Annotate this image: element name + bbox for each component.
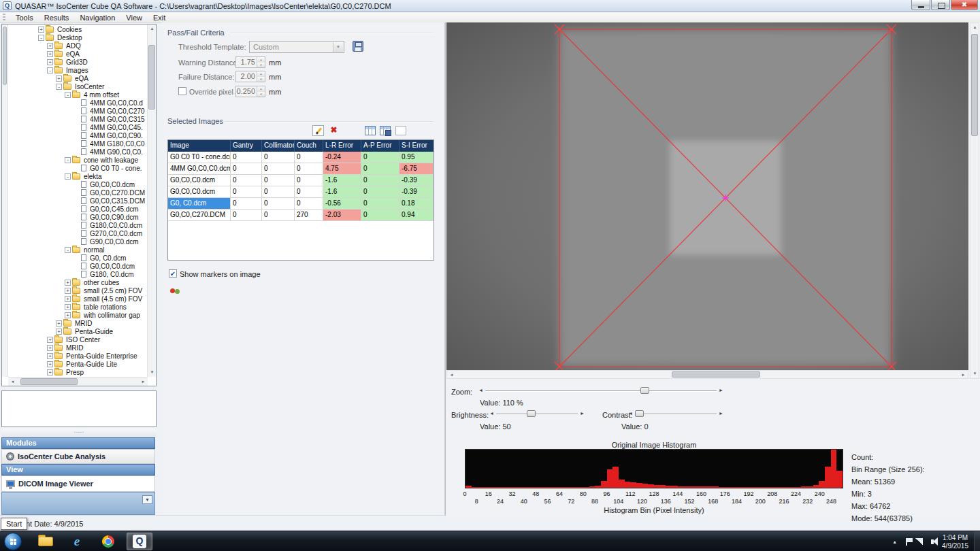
maximize-button[interactable] [931, 0, 950, 10]
tree-item-label[interactable]: small (4.5 cm) FOV [82, 295, 144, 303]
tree-item-label[interactable]: IsoCenter [74, 83, 105, 90]
tree-item[interactable]: G90,C0,C0.dcm [8, 237, 146, 246]
action-center-flag-icon[interactable] [906, 538, 907, 546]
dicom-image[interactable] [446, 22, 968, 370]
table-cell[interactable]: 0 [361, 198, 399, 210]
tree-item[interactable]: +other cubes [8, 278, 146, 286]
table-cell[interactable]: 0 [231, 186, 262, 198]
tree-item[interactable]: -4 mm offset [8, 90, 146, 99]
tree-item-label[interactable]: Cookies [56, 26, 83, 33]
tree-item[interactable]: G270,C0,C0.dcm [8, 229, 146, 237]
brightness-slider[interactable]: ◄ ► [489, 410, 585, 418]
table-row[interactable]: 4MM G0,C0,C0.dcm0004.750-6.75 [168, 163, 434, 175]
failure-distance-input[interactable]: 2.00 ▲▼ [235, 71, 265, 82]
volume-icon[interactable] [931, 539, 934, 544]
table-row[interactable]: G0,C0,C270.DCM00270-2.0300.94 [168, 210, 434, 221]
tree-item[interactable]: -Desktop [8, 33, 146, 41]
tree-item[interactable]: +MRID [8, 344, 146, 352]
title-bar[interactable]: Q QUASAR™ IsoCenter Cube QA Software - C… [0, 0, 980, 12]
tree-item-label[interactable]: Penta-Guide [74, 328, 114, 335]
tree-item[interactable]: +Grid3D [8, 58, 146, 66]
table-cell[interactable]: 0 [262, 198, 295, 210]
tree-item-label[interactable]: 4MM G0,C0,C270 [88, 107, 146, 115]
table-row[interactable]: G0 C0 T0 - cone.dcm000-0.2400.95 [168, 152, 434, 163]
menu-results[interactable]: Results [39, 13, 75, 22]
table-row[interactable]: G0, C0.dcm000-0.5600.18 [168, 198, 434, 210]
tree-item-label[interactable]: G180, C0.dcm [88, 271, 135, 278]
menu-navigation[interactable]: Navigation [74, 13, 120, 22]
table-icon[interactable] [365, 126, 376, 135]
table-blank-icon[interactable] [395, 126, 406, 135]
tree-item-label[interactable]: G0,C0,C315.DCM [88, 197, 146, 205]
tree-item[interactable]: G0 C0 T0 - cone. [8, 164, 146, 172]
collapse-icon[interactable]: - [65, 157, 71, 163]
tree-item-label[interactable]: G0,C0,C0.dcm [88, 263, 136, 270]
slider-right-arrow[interactable]: ► [719, 411, 723, 416]
expand-icon[interactable]: + [65, 304, 71, 310]
table-cell[interactable]: 0.94 [399, 210, 434, 221]
tree-item[interactable]: +Cookies [8, 25, 146, 33]
tree-item[interactable]: G0,C0,C315.DCM [8, 197, 146, 205]
tree-item-label[interactable]: Penta-Guide Lite [65, 361, 118, 368]
tree-item[interactable]: +ISO Center [8, 335, 146, 344]
viewer-vertical-scrollbar[interactable]: ▲ ▼ [970, 22, 979, 379]
slider-right-arrow[interactable]: ► [580, 411, 585, 416]
left-scrollbar[interactable] [2, 24, 8, 377]
column-header[interactable]: S-I Error [399, 140, 434, 152]
expand-icon[interactable]: + [56, 76, 62, 82]
tree-item[interactable]: 4MM G180,C0,C0 [8, 139, 146, 148]
start-button[interactable] [4, 533, 22, 550]
table-cell[interactable]: 0 [262, 152, 295, 163]
tree-item-label[interactable]: G90,C0,C0.dcm [88, 238, 140, 246]
expand-icon[interactable]: + [47, 59, 53, 65]
tree-item-label[interactable]: Penta-Guide Enterprise [65, 352, 139, 360]
table-cell[interactable]: 0 [231, 163, 262, 175]
expand-icon[interactable]: + [47, 353, 53, 359]
chevron-down-icon[interactable]: ▼ [333, 42, 343, 52]
column-header[interactable]: A-P Error [361, 140, 399, 152]
override-pixel-checkbox[interactable] [178, 87, 186, 95]
table-save-icon[interactable] [380, 126, 391, 135]
scrollbar-thumb[interactable] [3, 27, 7, 85]
table-cell[interactable]: -1.6 [323, 175, 361, 186]
tree-item[interactable]: +with collimator gap [8, 311, 146, 319]
tree-item[interactable]: 4MM G0,C0,C90. [8, 131, 146, 139]
expand-icon[interactable]: + [56, 320, 62, 327]
tree-item[interactable]: G180,C0,C0.dcm [8, 221, 146, 229]
scroll-right-button[interactable]: ► [959, 371, 968, 380]
tree-item-label[interactable]: cone with leakage [82, 156, 140, 164]
tree-item[interactable]: +small (2.5 cm) FOV [8, 286, 146, 295]
brightness-slider-thumb[interactable] [527, 410, 536, 417]
table-cell[interactable]: 0.95 [399, 152, 434, 163]
table-cell[interactable]: 0 [262, 175, 295, 186]
tree-item-label[interactable]: normal [82, 246, 106, 254]
tree-item[interactable]: 4MM G0,C0,C45. [8, 123, 146, 131]
table-cell[interactable]: G0, C0.dcm [168, 198, 231, 210]
network-icon[interactable] [915, 538, 923, 545]
tree-item-label[interactable]: 4MM G180,C0,C0 [88, 140, 146, 148]
taskbar-clock[interactable]: 1:04 PM 4/9/2015 [939, 533, 974, 550]
tree-horizontal-scrollbar[interactable]: ◄ ► [8, 377, 148, 386]
table-cell[interactable]: 4.75 [323, 163, 361, 175]
tree-item-label[interactable]: G0 C0 T0 - cone. [88, 165, 144, 172]
module-dicom-image-viewer[interactable]: DICOM Image Viewer [1, 475, 155, 492]
expand-icon[interactable]: + [65, 312, 71, 318]
table-cell[interactable]: G0,C0,C270.DCM [168, 210, 231, 221]
table-cell[interactable]: 0 [295, 186, 323, 198]
column-header[interactable]: Collimator [262, 140, 295, 152]
tree-item[interactable]: +eQA [8, 74, 146, 82]
menu-tools[interactable]: Tools [10, 13, 39, 22]
collapse-icon[interactable]: - [38, 35, 44, 41]
delete-x-icon[interactable]: ✖ [328, 125, 340, 136]
slider-right-arrow[interactable]: ► [719, 388, 723, 393]
scroll-up-button[interactable]: ▲ [148, 24, 157, 33]
tree-item-label[interactable]: G0,C0,C45.dcm [88, 205, 140, 213]
expand-icon[interactable]: + [56, 329, 62, 335]
tree-item[interactable]: G0,C0,C270.DCM [8, 188, 146, 197]
scroll-down-button[interactable]: ▼ [970, 369, 979, 378]
tree-item-label[interactable]: 4MM G0,C0,C45. [88, 124, 144, 131]
panel-splitter[interactable]: ····· [1, 429, 157, 437]
table-cell[interactable]: 0 [231, 198, 262, 210]
table-cell[interactable]: -0.24 [323, 152, 361, 163]
scroll-down-button[interactable]: ▼ [148, 368, 157, 377]
